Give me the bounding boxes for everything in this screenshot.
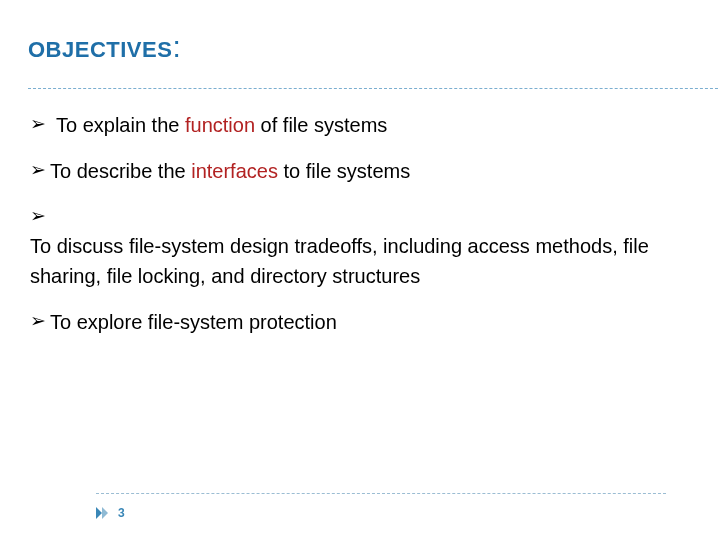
title-colon: : [172, 30, 181, 63]
bullet-arrow-icon: ➢ [30, 307, 46, 336]
bullet-text: To explore file-system protection [50, 307, 690, 337]
slide: OBJECTIVES: ➢ To explain the function of… [0, 0, 720, 540]
footer-marker-icon [96, 507, 108, 519]
content-area: ➢ To explain the function of file system… [30, 110, 690, 353]
bullet-post: of file systems [255, 114, 387, 136]
list-item: ➢ To explain the function of file system… [30, 110, 690, 140]
page-number: 3 [118, 506, 125, 520]
list-item: ➢ To describe the interfaces to file sys… [30, 156, 690, 186]
list-item: ➢ To discuss file-system design tradeoff… [30, 202, 690, 291]
footer-divider [96, 493, 666, 494]
bullet-arrow-icon: ➢ [30, 202, 46, 231]
bullet-text: To explain the function of file systems [56, 110, 690, 140]
bullet-text: To discuss file-system design tradeoffs,… [30, 231, 690, 291]
bullet-pre: To explore file-system protection [50, 311, 337, 333]
bullet-pre: To explain the [56, 114, 185, 136]
title-text: OBJECTIVES [28, 37, 172, 62]
footer: 3 [96, 506, 125, 520]
title-divider [28, 88, 720, 89]
slide-title: OBJECTIVES: [28, 30, 181, 64]
list-item: ➢ To explore file-system protection [30, 307, 690, 337]
svg-marker-1 [102, 507, 108, 519]
svg-marker-0 [96, 507, 102, 519]
bullet-highlight: function [185, 114, 255, 136]
bullet-arrow-icon: ➢ [30, 156, 46, 185]
bullet-highlight: interfaces [191, 160, 278, 182]
bullet-pre: To discuss file-system design tradeoffs,… [30, 235, 649, 287]
bullet-text: To describe the interfaces to file syste… [50, 156, 690, 186]
bullet-arrow-icon: ➢ [30, 110, 46, 139]
bullet-post: to file systems [278, 160, 410, 182]
bullet-pre: To describe the [50, 160, 191, 182]
